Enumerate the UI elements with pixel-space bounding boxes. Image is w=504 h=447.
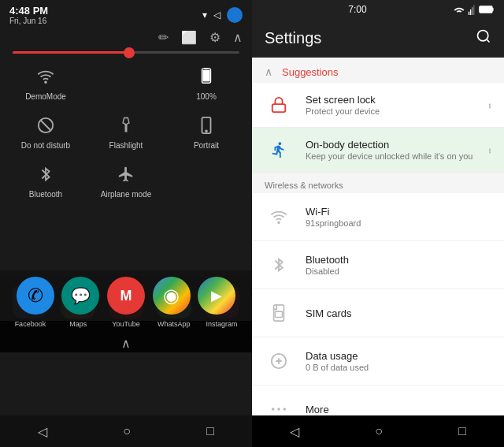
bluetooth-row-icon (265, 251, 293, 279)
nav-bar-left: ◁ ○ □ (0, 415, 252, 447)
settings-row-datausage[interactable]: Data usage 0 B of data used (252, 337, 504, 386)
svg-rect-9 (469, 12, 469, 15)
recents-button[interactable]: □ (206, 424, 214, 438)
svg-point-23 (272, 408, 275, 411)
svg-point-0 (45, 81, 46, 83)
tile-demomode[interactable]: DemoMode (6, 60, 85, 107)
wifi-status-icon (454, 6, 465, 13)
svg-point-16 (478, 31, 488, 41)
signal-icon: ◁ (213, 9, 220, 20)
suggestions-header: ∧ Suggestions (252, 58, 504, 83)
app-dock: ✆ 💬 M ◉ ▶ (0, 270, 252, 321)
wifi-row-title: Wi-Fi (306, 206, 491, 218)
screen-lock-subtitle: Protect your device (306, 106, 491, 116)
bluetooth-row-sub: Disabled (306, 266, 491, 276)
settings-row-simcards[interactable]: SIM cards (252, 289, 504, 337)
screen-icon[interactable]: ⬜ (181, 30, 197, 45)
airplane-icon (117, 166, 135, 187)
tile-battery[interactable]: 100% (167, 60, 246, 107)
demomode-icon (37, 68, 54, 89)
settings-row-more[interactable]: More (252, 386, 504, 415)
suggestions-collapse-icon[interactable]: ∧ (265, 65, 272, 78)
qs-header: ✏ ⬜ ⚙ ∧ (0, 28, 252, 48)
battery-status-icon (479, 5, 495, 14)
suggestion-on-body[interactable]: On-body detection Keep your device unloc… (252, 128, 504, 173)
dock-messages[interactable]: 💬 (61, 277, 99, 315)
dnd-icon (37, 117, 54, 138)
on-body-subtitle: Keep your device unlocked while it's on … (306, 151, 491, 161)
settings-icon[interactable]: ⚙ (209, 30, 220, 45)
data-row-title: Data usage (306, 350, 491, 362)
more-row-icon (265, 395, 293, 415)
date-display: Fri, Jun 16 (9, 17, 48, 25)
instagram-label: Instagram (206, 320, 238, 328)
suggestion-screen-lock[interactable]: Set screen lock Protect your device ··· (252, 83, 504, 128)
settings-time: 7:00 (348, 4, 366, 15)
back-button[interactable]: ◁ (38, 424, 47, 439)
settings-row-bluetooth[interactable]: Bluetooth Disabled (252, 241, 504, 289)
tile-flashlight[interactable]: Flashlight (87, 109, 165, 156)
nav-bar-right: ◁ ○ □ (252, 415, 504, 447)
data-row-text: Data usage 0 B of data used (306, 350, 491, 372)
svg-rect-2 (204, 68, 209, 69)
search-button[interactable] (476, 28, 491, 48)
more-row-title: More (306, 404, 491, 415)
svg-rect-11 (472, 7, 472, 15)
avatar-icon[interactable]: 👤 (227, 7, 243, 23)
flashlight-label: Flashlight (109, 141, 143, 150)
dock-phone[interactable]: ✆ (17, 277, 54, 315)
bluetooth-icon (39, 166, 53, 187)
collapse-icon[interactable]: ∧ (233, 30, 243, 45)
status-bar-left: 4:48 PM Fri, Jun 16 ▾ ◁ 👤 (0, 0, 252, 28)
data-row-icon (265, 347, 293, 375)
screen-lock-icon (265, 91, 293, 119)
sim-row-title: SIM cards (306, 307, 491, 319)
on-body-more-icon[interactable]: ··· (484, 147, 498, 152)
battery-label: 100% (196, 92, 217, 101)
settings-recents-button[interactable]: □ (458, 424, 466, 438)
screen-lock-more-icon[interactable]: ··· (484, 102, 498, 107)
chevron-up-icon[interactable]: ∧ (121, 333, 131, 352)
settings-title: Settings (265, 29, 321, 47)
signal-status-icon (468, 4, 476, 15)
svg-rect-14 (492, 8, 493, 11)
svg-line-17 (487, 39, 490, 43)
settings-status-bar: 7:00 (252, 0, 504, 19)
screen-lock-text: Set screen lock Protect your device (306, 94, 491, 116)
tile-portrait[interactable]: Portrait (167, 109, 246, 156)
svg-rect-10 (470, 9, 471, 15)
whatsapp-label: WhatsApp (158, 320, 191, 328)
svg-rect-21 (275, 311, 282, 317)
brightness-fill (13, 51, 126, 54)
brightness-slider[interactable] (13, 51, 239, 54)
settings-home-button[interactable]: ○ (375, 424, 383, 438)
settings-status-icons (454, 4, 495, 15)
wifi-row-text: Wi-Fi 91springboard (306, 206, 491, 228)
tile-airplane[interactable]: Airplane mode (87, 158, 165, 205)
svg-rect-3 (202, 70, 209, 82)
settings-row-wifi[interactable]: Wi-Fi 91springboard (252, 193, 504, 241)
settings-list: ∧ Suggestions Set screen lock Protect yo… (252, 58, 504, 415)
suggestions-label: Suggestions (282, 66, 339, 78)
on-body-text: On-body detection Keep your device unloc… (306, 139, 491, 161)
svg-rect-15 (480, 6, 491, 12)
battery-icon (199, 68, 213, 89)
app-overlay: f Facebook M Maps ▶ YouTube ✆ WhatsApp 📷… (0, 276, 252, 352)
tile-bluetooth[interactable]: Bluetooth (6, 158, 85, 205)
svg-rect-12 (473, 5, 474, 15)
dock-gmail[interactable]: M (107, 277, 145, 315)
svg-point-8 (206, 130, 207, 132)
settings-header: Settings (252, 19, 504, 58)
time-display: 4:48 PM (9, 5, 48, 17)
brightness-row[interactable] (0, 48, 252, 60)
settings-back-button[interactable]: ◁ (290, 424, 299, 439)
notification-shade: 4:48 PM Fri, Jun 16 ▾ ◁ 👤 ✏ ⬜ ⚙ ∧ D (0, 0, 252, 447)
dock-play[interactable]: ▶ (198, 277, 235, 315)
settings-panel: 7:00 Settings ∧ Suggestions (252, 0, 504, 447)
home-button[interactable]: ○ (123, 424, 131, 438)
dock-chrome[interactable]: ◉ (153, 277, 191, 315)
data-row-sub: 0 B of data used (306, 363, 491, 372)
tile-dnd[interactable]: Do not disturb (6, 109, 85, 156)
edit-icon[interactable]: ✏ (158, 30, 169, 45)
bluetooth-row-title: Bluetooth (306, 254, 491, 266)
